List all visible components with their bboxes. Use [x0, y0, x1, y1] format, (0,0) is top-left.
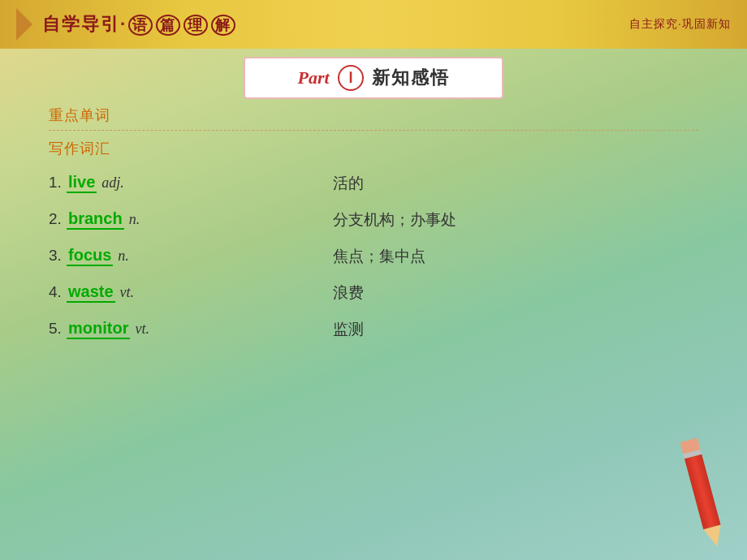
list-item: 2. branch n. 分支机构；办事处: [49, 209, 698, 230]
vocab-word-5: monitor: [67, 319, 130, 339]
vocab-meaning-3: 焦点；集中点: [333, 246, 425, 267]
vocab-meaning-5: 监测: [333, 319, 364, 340]
vocab-pos-5: vt.: [135, 321, 149, 338]
vocab-word-4: waste: [67, 282, 115, 303]
vocab-pos-4: vt.: [120, 284, 135, 301]
vocab-pos-1: adj.: [101, 174, 124, 192]
header-left: 自学导引·语篇理解: [16, 8, 237, 41]
part-number: Ⅰ: [338, 65, 364, 91]
vocab-meaning-1: 活的: [333, 173, 364, 194]
vocab-number-1: 1.: [49, 174, 67, 192]
header-title: 自学导引·语篇理解: [42, 12, 237, 37]
divider1: [49, 130, 698, 131]
chevron-icon: [16, 8, 32, 41]
list-item: 1. live adj. 活的: [49, 173, 698, 193]
list-item: 4. waste vt. 浪费: [49, 282, 698, 303]
vocab-word-2: branch: [67, 209, 124, 230]
vocab-number-5: 5.: [49, 320, 67, 338]
circle-char-li: 理: [184, 15, 208, 36]
list-item: 5. monitor vt. 监测: [49, 319, 698, 339]
part-label: Part: [297, 67, 329, 88]
key-words-title: 重点单词: [49, 106, 698, 125]
pencil-body: [684, 454, 721, 530]
vocab-pos-3: n.: [118, 248, 129, 265]
vocab-pos-2: n.: [129, 211, 140, 228]
header-right-text: 自主探究·巩固新知: [629, 17, 731, 32]
writing-vocab-title: 写作词汇: [49, 139, 698, 158]
list-item: 3. focus n. 焦点；集中点: [49, 246, 698, 266]
vocab-word-3: focus: [67, 246, 113, 266]
part-banner: Part Ⅰ 新知感悟: [244, 57, 503, 99]
vocab-word-1: live: [67, 173, 97, 193]
circle-char-pian: 篇: [156, 15, 180, 36]
vocab-list: 1. live adj. 活的 2. branch n. 分支机构；办事处 3.…: [49, 173, 698, 339]
main-content: 重点单词 写作词汇 1. live adj. 活的 2. branch n. 分…: [49, 106, 698, 511]
vocab-number-2: 2.: [49, 210, 67, 228]
vocab-number-4: 4.: [49, 283, 67, 301]
top-header-bar: 自学导引·语篇理解 自主探究·巩固新知: [0, 0, 747, 49]
vocab-meaning-4: 浪费: [333, 282, 364, 304]
circle-char-jie: 解: [211, 15, 235, 36]
circle-char-yu: 语: [128, 15, 153, 36]
part-subtitle: 新知感悟: [372, 66, 450, 90]
vocab-number-3: 3.: [49, 247, 67, 265]
vocab-meaning-2: 分支机构；办事处: [333, 209, 456, 230]
